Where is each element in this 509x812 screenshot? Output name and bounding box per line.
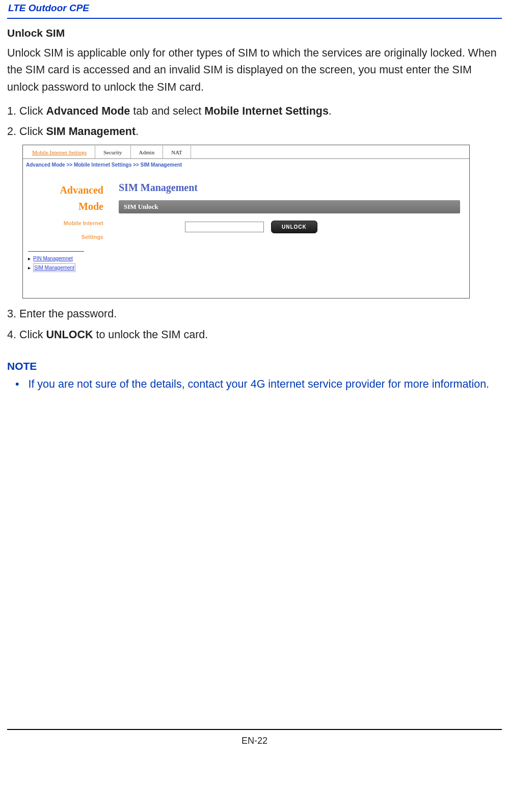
ss-sidebar: Advanced Mode Mobile Internet Settings ▸… <box>23 172 110 273</box>
step-1: 1. Click Advanced Mode tab and select Mo… <box>7 103 502 119</box>
section-heading: Unlock SIM <box>7 25 502 41</box>
tab-mobile-internet-settings[interactable]: Mobile Internet Settings <box>24 146 95 159</box>
page-header-title: LTE Outdoor CPE <box>7 0 502 18</box>
note-heading: NOTE <box>7 358 502 374</box>
step-number: 2. <box>7 125 16 138</box>
ss-tab-bar: Mobile Internet Settings Security Admin … <box>23 145 469 159</box>
sidebar-subtitle-line1: Mobile Internet <box>23 219 103 228</box>
step-bold: SIM Management <box>46 125 136 138</box>
step-text: . <box>329 105 332 117</box>
bullet-icon: ▸ <box>28 255 33 262</box>
sidebar-link-pin-management[interactable]: PIN Managemnet <box>33 256 73 261</box>
step-2: 2. Click SIM Management. <box>7 123 502 140</box>
sidebar-link-sim-management[interactable]: SIM Management <box>33 263 75 272</box>
sidebar-title-line2: Mode <box>23 198 103 214</box>
step-text: to unlock the SIM card. <box>93 329 208 341</box>
step-number: 3. <box>7 308 16 320</box>
step-bold: Mobile Internet Settings <box>204 105 329 117</box>
step-bold: UNLOCK <box>46 329 93 341</box>
step-text: Click <box>16 329 46 341</box>
note-item: • If you are not sure of the details, co… <box>7 376 502 392</box>
tab-security[interactable]: Security <box>95 146 131 159</box>
page-number: EN-22 <box>7 730 502 756</box>
intro-paragraph: Unlock SIM is applicable only for other … <box>7 45 502 96</box>
bullet-icon: ▸ <box>28 264 33 272</box>
note-text: If you are not sure of the details, cont… <box>28 378 489 390</box>
step-number: 1. <box>7 105 16 117</box>
header-divider <box>7 18 502 19</box>
content-title: SIM Management <box>119 180 460 195</box>
embedded-screenshot: Mobile Internet Settings Security Admin … <box>22 145 470 299</box>
step-text: tab and select <box>130 105 204 117</box>
sidebar-subtitle-line2: Settings <box>23 232 103 242</box>
panel-header: SIM Unlock <box>119 200 460 213</box>
step-text: Enter the password. <box>16 308 117 320</box>
ss-content: SIM Management SIM Unlock UNLOCK <box>110 172 469 273</box>
bullet-icon: • <box>15 378 19 390</box>
tab-nat[interactable]: NAT <box>163 146 191 159</box>
unlock-button[interactable]: UNLOCK <box>271 221 317 233</box>
step-3: 3. Enter the password. <box>7 306 502 322</box>
breadcrumb: Advanced Mode >> Mobile Internet Setting… <box>23 159 469 172</box>
sim-unlock-input[interactable] <box>185 222 264 232</box>
tab-admin[interactable]: Admin <box>131 146 164 159</box>
step-text: . <box>136 125 139 138</box>
step-text: Click <box>16 105 46 117</box>
sidebar-title-line1: Advanced <box>23 182 103 198</box>
step-bold: Advanced Mode <box>46 105 130 117</box>
step-4: 4. Click UNLOCK to unlock the SIM card. <box>7 327 502 343</box>
step-number: 4. <box>7 329 16 341</box>
step-text: Click <box>16 125 46 138</box>
